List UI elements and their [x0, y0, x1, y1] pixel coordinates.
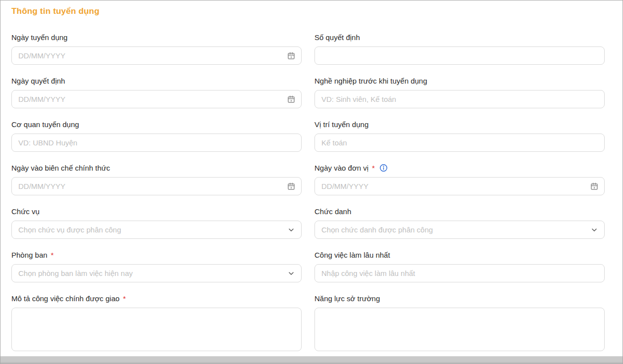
previous-occupation-label-text: Nghề nghiệp trước khi tuyển dụng — [314, 76, 427, 86]
field-department: Phòng ban * Chọn phòng ban làm việc hiện… — [11, 250, 302, 282]
field-position: Chức vụ Chọn chức vụ được phân công — [11, 206, 302, 239]
decision-date-input[interactable] — [11, 90, 302, 108]
decision-date-input-wrap — [11, 90, 302, 108]
recruitment-date-label-text: Ngày tuyển dụng — [11, 32, 67, 43]
previous-occupation-label: Nghề nghiệp trước khi tuyển dụng — [314, 76, 605, 86]
department-select-placeholder: Chọn phòng ban làm việc hiện nay — [18, 269, 133, 277]
field-previous-occupation: Nghề nghiệp trước khi tuyển dụng — [314, 76, 605, 108]
required-asterisk: * — [51, 250, 54, 260]
decision-number-label: Số quyết định — [314, 32, 605, 43]
recruitment-date-input[interactable] — [11, 46, 302, 65]
official-tenure-date-label-text: Ngày vào biên chế chính thức — [11, 163, 110, 173]
main-job-description-label-text: Mô tả công việc chính được giao — [11, 293, 119, 304]
recruiting-agency-label-text: Cơ quan tuyển dụng — [11, 119, 79, 130]
field-unit-join-date: Ngày vào đơn vị * — [314, 163, 605, 195]
calendar-icon[interactable] — [287, 182, 296, 191]
recruiting-agency-input-wrap — [11, 134, 302, 152]
calendar-icon[interactable] — [590, 182, 599, 191]
recruitment-position-label: Vị trí tuyển dụng — [314, 119, 605, 130]
official-tenure-date-input-wrap — [11, 177, 302, 195]
recruiting-agency-input[interactable] — [11, 134, 302, 152]
department-select[interactable]: Chọn phòng ban làm việc hiện nay — [11, 264, 302, 282]
previous-occupation-input[interactable] — [314, 90, 605, 108]
position-label: Chức vụ — [11, 206, 302, 217]
decision-number-input-wrap — [314, 46, 605, 65]
info-icon[interactable] — [379, 164, 388, 172]
longest-job-input[interactable] — [314, 264, 605, 282]
field-recruitment-date: Ngày tuyển dụng — [11, 32, 302, 65]
decision-date-label: Ngày quyết định — [11, 76, 302, 86]
form-content: Thông tin tuyển dụng Ngày tuyển dụng — [0, 0, 623, 364]
main-job-description-textarea[interactable] — [11, 308, 302, 351]
longest-job-label-text: Công việc làm lâu nhất — [314, 250, 390, 260]
unit-join-date-input[interactable] — [314, 177, 605, 195]
decision-date-label-text: Ngày quyết định — [11, 76, 65, 86]
calendar-icon[interactable] — [287, 51, 296, 60]
form-left-column: Ngày tuyển dụng Ngày q — [11, 32, 302, 364]
form-grid: Ngày tuyển dụng Ngày q — [11, 32, 605, 364]
unit-join-date-label-text: Ngày vào đơn vị — [314, 163, 368, 173]
required-asterisk: * — [372, 163, 375, 173]
strengths-label-text: Năng lực sở trường — [314, 293, 380, 304]
recruiting-agency-label: Cơ quan tuyển dụng — [11, 119, 302, 130]
horizontal-scrollbar[interactable] — [0, 356, 623, 364]
field-strengths: Năng lực sở trường — [314, 293, 605, 353]
recruitment-info-panel: Thông tin tuyển dụng Ngày tuyển dụng — [0, 0, 623, 364]
recruitment-date-label: Ngày tuyển dụng — [11, 32, 302, 43]
calendar-icon[interactable] — [287, 95, 296, 104]
horizontal-scrollbar-thumb[interactable] — [0, 357, 623, 364]
recruitment-date-input-wrap — [11, 46, 302, 65]
position-select-placeholder: Chọn chức vụ được phân công — [18, 226, 121, 234]
form-right-column: Số quyết định Nghề nghiệp trước khi tuyể… — [314, 32, 605, 364]
main-job-description-label: Mô tả công việc chính được giao * — [11, 293, 302, 304]
chevron-down-icon[interactable] — [287, 270, 295, 277]
field-decision-number: Số quyết định — [314, 32, 605, 65]
field-job-title: Chức danh Chọn chức danh được phân công — [314, 206, 605, 239]
field-longest-job: Công việc làm lâu nhất — [314, 250, 605, 282]
decision-number-input[interactable] — [314, 46, 605, 65]
strengths-label: Năng lực sở trường — [314, 293, 605, 304]
longest-job-label: Công việc làm lâu nhất — [314, 250, 605, 260]
field-recruiting-agency: Cơ quan tuyển dụng — [11, 119, 302, 152]
strengths-textarea[interactable] — [314, 308, 605, 351]
department-label: Phòng ban * — [11, 250, 302, 260]
field-official-tenure-date: Ngày vào biên chế chính thức — [11, 163, 302, 195]
position-select[interactable]: Chọn chức vụ được phân công — [11, 221, 302, 239]
required-asterisk: * — [123, 293, 126, 304]
job-title-select[interactable]: Chọn chức danh được phân công — [314, 221, 605, 239]
unit-join-date-label: Ngày vào đơn vị * — [314, 163, 605, 173]
field-main-job-description: Mô tả công việc chính được giao * — [11, 293, 302, 353]
previous-occupation-input-wrap — [314, 90, 605, 108]
job-title-label-text: Chức danh — [314, 206, 351, 217]
recruitment-position-label-text: Vị trí tuyển dụng — [314, 119, 368, 130]
field-recruitment-position: Vị trí tuyển dụng — [314, 119, 605, 152]
unit-join-date-input-wrap — [314, 177, 605, 195]
recruitment-position-input-wrap — [314, 134, 605, 152]
official-tenure-date-label: Ngày vào biên chế chính thức — [11, 163, 302, 173]
recruitment-position-input[interactable] — [314, 134, 605, 152]
decision-number-label-text: Số quyết định — [314, 32, 360, 43]
section-title: Thông tin tuyển dụng — [11, 6, 605, 16]
department-label-text: Phòng ban — [11, 250, 48, 260]
official-tenure-date-input[interactable] — [11, 177, 302, 195]
chevron-down-icon[interactable] — [590, 226, 598, 234]
job-title-select-placeholder: Chọn chức danh được phân công — [321, 226, 433, 234]
longest-job-input-wrap — [314, 264, 605, 282]
position-label-text: Chức vụ — [11, 206, 40, 217]
job-title-label: Chức danh — [314, 206, 605, 217]
field-decision-date: Ngày quyết định — [11, 76, 302, 108]
chevron-down-icon[interactable] — [287, 226, 295, 234]
